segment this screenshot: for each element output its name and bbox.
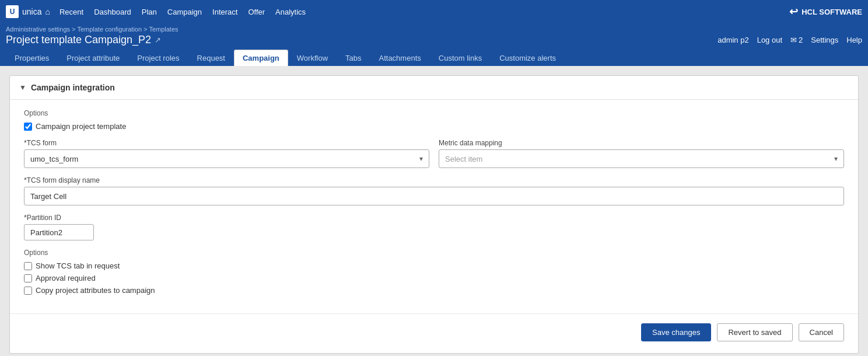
options-label-1: Options (24, 109, 844, 117)
main-content: ▼ Campaign integration Options Campaign … (0, 66, 868, 356)
tab-request[interactable]: Request (188, 50, 234, 66)
approval-required-label: Approval required (36, 274, 96, 282)
copy-project-attr-checkbox[interactable] (24, 287, 32, 295)
tab-tabs[interactable]: Tabs (337, 50, 370, 66)
tcs-form-group: *TCS form umo_tcs_form ▾ (24, 139, 429, 168)
save-changes-button[interactable]: Save changes (641, 323, 711, 341)
tab-project-attribute[interactable]: Project attribute (58, 50, 128, 66)
content-card: ▼ Campaign integration Options Campaign … (9, 75, 859, 354)
cancel-button[interactable]: Cancel (799, 323, 844, 341)
unica-logo: U (6, 5, 19, 18)
nav-plan[interactable]: Plan (142, 8, 157, 16)
tab-workflow[interactable]: Workflow (288, 50, 337, 66)
mail-badge[interactable]: ✉ 2 (790, 36, 803, 44)
mail-icon: ✉ (790, 36, 797, 44)
partition-id-label: *Partition ID (24, 214, 844, 222)
metric-data-mapping-select[interactable]: Select item ▾ (439, 149, 844, 168)
campaign-project-template-row: Campaign project template (24, 122, 844, 131)
nav-offer[interactable]: Offer (248, 8, 265, 16)
copy-project-attr-row: Copy project attributes to campaign (24, 286, 844, 295)
nav-analytics[interactable]: Analytics (275, 8, 306, 16)
tab-project-roles[interactable]: Project roles (128, 50, 188, 66)
external-link-icon[interactable]: ↗ (155, 36, 161, 44)
page-title-row: Project template Campaign_P2 ↗ admin p2 … (6, 34, 862, 50)
metric-data-mapping-placeholder: Select item (445, 155, 482, 163)
partition-id-group: *Partition ID (24, 214, 844, 240)
campaign-project-template-label: Campaign project template (36, 122, 126, 131)
action-bar: Save changes Revert to saved Cancel (10, 313, 858, 341)
revert-to-saved-button[interactable]: Revert to saved (717, 323, 792, 341)
tab-properties[interactable]: Properties (6, 50, 58, 66)
show-tcs-tab-row: Show TCS tab in request (24, 261, 844, 270)
metric-data-mapping-label: Metric data mapping (439, 139, 844, 147)
breadcrumb: Administrative settings > Template confi… (6, 26, 862, 33)
tcs-form-select[interactable]: umo_tcs_form ▾ (24, 149, 429, 168)
sub-navigation: Administrative settings > Template confi… (0, 23, 868, 50)
nav-campaign[interactable]: Campaign (167, 8, 202, 16)
logout-button[interactable]: Log out (757, 36, 782, 44)
hcl-arrow-icon: ↩ (789, 5, 798, 18)
tcs-display-name-label: *TCS form display name (24, 176, 844, 184)
show-tcs-tab-label: Show TCS tab in request (36, 261, 120, 270)
tab-campaign[interactable]: Campaign (234, 50, 288, 66)
form-content: Options Campaign project template *TCS f… (10, 100, 858, 308)
tab-attachments[interactable]: Attachments (370, 50, 430, 66)
campaign-project-template-checkbox[interactable] (24, 123, 32, 131)
nav-interact[interactable]: Interact (212, 8, 237, 16)
section-title: Campaign integration (31, 83, 115, 92)
section-header: ▼ Campaign integration (10, 76, 858, 100)
username-label: admin p2 (718, 36, 748, 44)
home-icon[interactable]: ⌂ (45, 7, 50, 16)
mail-count: 2 (799, 36, 803, 44)
top-right-actions: admin p2 Log out ✉ 2 Settings Help (718, 36, 862, 44)
tcs-display-name-group: *TCS form display name (24, 176, 844, 205)
logo-area[interactable]: U unica ⌂ (6, 5, 50, 18)
approval-required-checkbox[interactable] (24, 274, 32, 282)
partition-id-input[interactable] (24, 224, 94, 240)
hcl-logo: ↩ HCL SOFTWARE (789, 5, 862, 18)
page-title: Project template Campaign_P2 ↗ (6, 34, 161, 46)
tcs-display-name-input[interactable] (24, 187, 844, 205)
settings-link[interactable]: Settings (811, 36, 838, 44)
nav-items: Recent Dashboard Plan Campaign Interact … (60, 8, 789, 16)
approval-required-row: Approval required (24, 274, 844, 282)
copy-project-attr-label: Copy project attributes to campaign (36, 286, 155, 295)
hcl-brand-text: HCL SOFTWARE (802, 8, 862, 16)
show-tcs-tab-checkbox[interactable] (24, 262, 32, 270)
tcs-form-chevron-down-icon: ▾ (419, 155, 423, 163)
nav-recent[interactable]: Recent (60, 8, 83, 16)
metric-data-mapping-chevron-down-icon: ▾ (834, 155, 838, 163)
tcs-form-value: umo_tcs_form (30, 155, 78, 163)
metric-data-mapping-group: Metric data mapping Select item ▾ (439, 139, 844, 168)
tcs-metric-row: *TCS form umo_tcs_form ▾ Metric data map… (24, 139, 844, 168)
tab-customize-alerts[interactable]: Customize alerts (491, 50, 565, 66)
brand-name: unica (22, 7, 41, 16)
tab-bar: Properties Project attribute Project rol… (0, 50, 868, 66)
top-navigation: U unica ⌂ Recent Dashboard Plan Campaign… (0, 0, 868, 23)
options-label-2: Options (24, 249, 844, 257)
tab-custom-links[interactable]: Custom links (430, 50, 491, 66)
nav-dashboard[interactable]: Dashboard (94, 8, 131, 16)
collapse-icon[interactable]: ▼ (19, 83, 26, 92)
tcs-form-label: *TCS form (24, 139, 429, 147)
options-section-2: Options Show TCS tab in request Approval… (24, 249, 844, 295)
help-link[interactable]: Help (846, 36, 862, 44)
